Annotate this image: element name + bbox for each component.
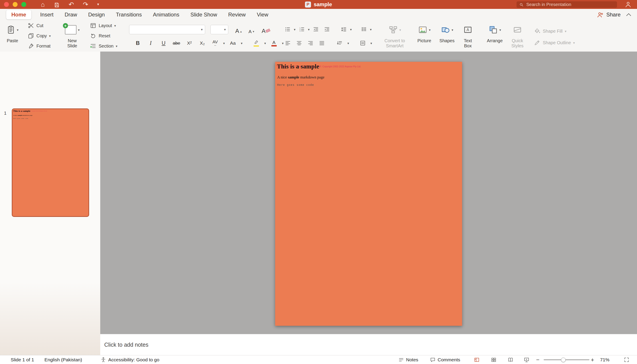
cut-button[interactable]: Cut [28,20,51,31]
character-spacing-button[interactable]: AV↔ [210,39,220,48]
align-center-button[interactable] [295,39,304,48]
layout-button[interactable]: Layout ▾ [90,20,117,31]
zoom-slider[interactable] [544,359,590,360]
paste-button[interactable]: ▾ Paste [3,22,22,43]
columns-button[interactable] [359,25,369,34]
normal-view-button[interactable] [474,355,480,364]
share-button[interactable]: Share [597,11,620,18]
tab-transitions[interactable]: Transitions [116,12,142,18]
arrange-button[interactable]: ▾ Arrange [484,22,506,43]
zoom-out-button[interactable]: − [536,355,540,364]
search-box[interactable] [516,1,617,8]
font-name-select[interactable]: ▾ [129,25,205,34]
accessibility-checker[interactable]: Accessibility: Good to go [100,355,159,364]
tab-view[interactable]: View [257,12,268,18]
increase-indent-button[interactable] [322,25,332,34]
arrange-dropdown-icon[interactable]: ▾ [500,28,501,32]
picture-button[interactable]: ▾ Picture [414,22,435,43]
copy-dropdown-icon[interactable]: ▾ [49,34,51,38]
shapes-dropdown-icon[interactable]: ▾ [452,28,454,32]
tab-slide-show[interactable]: Slide Show [190,12,217,18]
align-text-button[interactable] [358,39,368,48]
bold-button[interactable]: B [133,39,143,48]
layout-dropdown-icon[interactable]: ▾ [114,24,116,27]
new-slide-button[interactable]: + ▾ New Slide [62,22,83,48]
text-box-button[interactable]: Text Box [457,22,478,48]
fit-slide-to-window-button[interactable] [624,355,630,364]
line-spacing-button[interactable] [339,25,349,34]
home-icon[interactable]: ⌂ [41,0,45,9]
paste-dropdown-icon[interactable]: ▾ [17,28,19,32]
font-name-input[interactable] [129,27,199,32]
font-size-dropdown-icon[interactable]: ▾ [222,28,228,32]
redo-icon[interactable]: ↷ [83,0,88,9]
slide-code[interactable]: Here goes some code [277,83,314,86]
change-case-dropdown-icon[interactable]: ▾ [241,42,243,45]
slide-counter[interactable]: Slide 1 of 1 [11,355,34,364]
strikethrough-button[interactable]: abe [172,39,181,48]
align-right-button[interactable] [306,39,315,48]
editing-canvas[interactable]: Evaluation Only. Created with Aspose.PDF… [100,52,637,334]
bullets-button[interactable] [283,25,292,34]
quick-styles-button[interactable]: Quick Styles [505,22,530,48]
notes-toggle-button[interactable]: Notes [398,355,418,364]
slide-thumbnail[interactable]: Evaluation Only. Created with Aspose.PDF… [12,108,89,217]
comments-toggle-button[interactable]: Comments [430,355,460,364]
subscript-button[interactable]: X₂ [197,39,207,48]
tab-insert[interactable]: Insert [40,12,54,18]
slide[interactable]: Evaluation Only. Created with Aspose.PDF… [275,62,462,326]
align-left-button[interactable] [284,39,292,48]
underline-button[interactable]: U [159,39,168,48]
columns-dropdown-icon[interactable]: ▾ [370,28,372,31]
font-name-dropdown-icon[interactable]: ▾ [199,28,205,32]
zoom-value[interactable]: 71% [600,355,610,364]
clear-formatting-button[interactable]: A [260,25,271,35]
highlight-dropdown-icon[interactable]: ▾ [264,42,266,45]
font-size-select[interactable]: ▾ [210,25,228,34]
font-color-dropdown-icon[interactable]: ▾ [282,42,284,45]
highlight-color-button[interactable] [252,39,261,48]
decrease-indent-button[interactable] [311,25,321,34]
convert-to-smartart-button[interactable]: ▾ Convert to SmartArt [380,22,409,48]
tab-home[interactable]: Home [6,10,31,19]
notes-pane[interactable]: Click to add notes [100,334,637,355]
notes-placeholder[interactable]: Click to add notes [104,342,148,348]
tab-draw[interactable]: Draw [65,12,77,18]
bullets-dropdown-icon[interactable]: ▾ [294,28,296,31]
slide-sorter-view-button[interactable] [491,355,496,364]
text-direction-button[interactable] [335,39,344,48]
slide-heading[interactable]: This is a sample [277,63,319,70]
reading-view-button[interactable] [508,355,514,364]
justify-button[interactable] [318,39,326,48]
slide-body[interactable]: A nice sample markdown page [277,75,324,80]
customize-toolbar-icon[interactable]: ▾ [97,0,99,9]
superscript-button[interactable]: X² [184,39,194,48]
font-color-button[interactable]: A [269,39,279,48]
minimize-button[interactable] [13,2,18,7]
section-dropdown-icon[interactable]: ▾ [116,44,118,48]
shapes-button[interactable]: ▾ Shapes [436,22,458,43]
close-button[interactable] [4,2,9,7]
collapse-ribbon-icon[interactable] [626,13,631,18]
tab-animations[interactable]: Animations [153,12,179,18]
tab-review[interactable]: Review [228,12,246,18]
numbering-button[interactable] [297,25,307,34]
line-spacing-dropdown-icon[interactable]: ▾ [350,28,352,31]
save-icon[interactable] [54,0,60,9]
section-button[interactable]: Section ▾ [90,41,117,51]
numbering-dropdown-icon[interactable]: ▾ [308,28,310,31]
reset-button[interactable]: Reset [90,31,117,41]
shape-outline-button[interactable]: Shape Outline ▾ [534,37,575,48]
zoom-in-button[interactable]: + [591,355,594,364]
language-selector[interactable]: English (Pakistan) [44,355,82,364]
change-case-button[interactable]: Aa [228,39,238,48]
grow-font-button[interactable]: A ▲ [233,25,244,35]
search-input[interactable] [526,2,614,7]
undo-icon[interactable]: ↶ [69,0,74,9]
fullscreen-button[interactable] [21,2,26,7]
character-spacing-dropdown-icon[interactable]: ▾ [223,42,225,45]
align-text-dropdown-icon[interactable]: ▾ [370,42,372,45]
new-slide-dropdown-icon[interactable]: ▾ [78,28,80,32]
shrink-font-button[interactable]: A ▼ [246,25,257,35]
shape-fill-button[interactable]: Shape Fill ▾ [534,25,575,37]
